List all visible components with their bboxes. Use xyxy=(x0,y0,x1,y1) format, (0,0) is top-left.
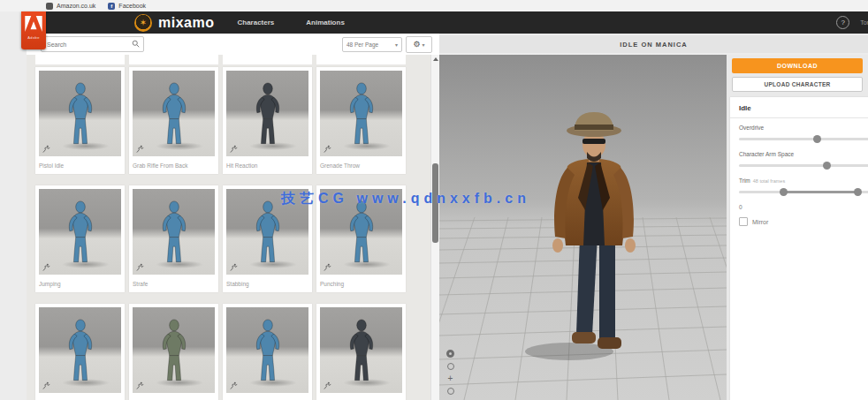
account-label-truncated[interactable]: Tony xyxy=(860,19,868,26)
scroll-up-arrow-icon[interactable] xyxy=(433,57,438,61)
animation-label: Hit Reaction xyxy=(226,156,308,174)
animation-thumbnail xyxy=(133,307,215,393)
adobe-logo-ribbon[interactable]: Adobe xyxy=(21,11,46,49)
scrollbar-thumb[interactable] xyxy=(432,163,438,243)
running-man-icon xyxy=(42,381,50,389)
character-figure xyxy=(341,318,382,385)
selected-animation-name: Idle xyxy=(739,104,868,112)
animation-label xyxy=(39,393,121,400)
facebook-icon: f xyxy=(108,3,115,10)
character-figure xyxy=(154,81,194,148)
mirror-checkbox[interactable] xyxy=(739,217,748,226)
slider-knob[interactable] xyxy=(813,135,821,143)
partial-card xyxy=(129,55,218,64)
trim-label-row: Trim48 total frames xyxy=(739,177,868,184)
running-man-icon xyxy=(136,263,144,271)
running-man-icon xyxy=(136,381,144,389)
animation-card[interactable]: Jumping xyxy=(35,185,125,292)
animation-thumbnail xyxy=(133,189,215,275)
nav-link-animations[interactable]: Animations xyxy=(306,19,345,26)
bookmark-item[interactable]: f Facebook xyxy=(108,3,146,10)
mixamo-logo[interactable]: ✶ mixamo xyxy=(134,14,214,32)
character-figure xyxy=(341,200,382,267)
animation-card[interactable]: Hit Reaction xyxy=(223,67,312,174)
running-man-icon xyxy=(324,381,331,389)
animation-label xyxy=(320,393,402,400)
animation-label: Pistol Idle xyxy=(39,156,121,174)
animation-card[interactable]: Pistol Idle xyxy=(35,67,125,174)
running-man-icon xyxy=(136,145,144,153)
3d-viewport[interactable]: + xyxy=(439,55,727,400)
pan-control-icon[interactable] xyxy=(447,363,454,370)
animation-card[interactable]: Stabbing xyxy=(223,185,312,292)
animation-card[interactable] xyxy=(35,304,125,400)
mirror-option-row: Mirror xyxy=(739,217,868,226)
running-man-icon xyxy=(230,145,238,153)
mixamo-brand-name: mixamo xyxy=(158,15,214,31)
arm-space-label: Character Arm Space xyxy=(739,151,868,157)
running-man-icon xyxy=(42,263,50,271)
download-button[interactable]: DOWNLOAD xyxy=(732,58,863,73)
animation-grid: Pistol Idle Grab Rifle From Back Hit Rea… xyxy=(35,67,424,400)
animation-label: Jumping xyxy=(39,275,121,292)
trim-slider[interactable] xyxy=(739,188,868,196)
animation-settings-card: Idle Overdrive Character Arm Space Trim4… xyxy=(730,97,868,400)
partial-card xyxy=(223,55,312,64)
animation-card[interactable]: Grab Rifle From Back xyxy=(129,67,218,174)
trim-label: Trim xyxy=(739,177,750,184)
partial-card xyxy=(35,55,125,64)
viewport-controls: + xyxy=(446,350,454,395)
animation-card[interactable] xyxy=(223,304,312,400)
adobe-icon xyxy=(24,16,43,32)
partial-card xyxy=(316,55,406,64)
settings-button[interactable]: ⚙ ▾ xyxy=(406,36,432,53)
bookmark-item[interactable]: Amazon.co.uk xyxy=(46,3,95,10)
trim-end-knob[interactable] xyxy=(854,188,862,196)
orbit-control-icon[interactable] xyxy=(446,350,454,358)
animation-thumbnail xyxy=(320,307,402,393)
viewport-header: IDLE ON MANICA xyxy=(439,35,868,53)
trim-min-value: 0 xyxy=(739,204,868,210)
animation-card[interactable]: Punching xyxy=(316,185,406,292)
mirror-label: Mirror xyxy=(752,219,768,225)
animation-card[interactable]: Grenade Throw xyxy=(316,67,406,174)
trim-start-knob[interactable] xyxy=(780,188,788,196)
animation-card[interactable] xyxy=(129,304,218,400)
per-page-select[interactable]: 48 Per Page ▾ xyxy=(342,37,402,52)
upload-character-button[interactable]: UPLOAD CHARACTER xyxy=(732,77,863,92)
running-man-icon xyxy=(324,263,331,271)
search-box xyxy=(41,36,144,52)
trim-active-range xyxy=(783,191,857,193)
chevron-down-icon: ▾ xyxy=(395,42,398,48)
adobe-label: Adobe xyxy=(27,35,40,40)
animation-card[interactable]: Strafe xyxy=(129,185,218,292)
slider-knob[interactable] xyxy=(823,162,831,170)
animation-thumbnail xyxy=(320,189,402,275)
mixamo-logo-icon: ✶ xyxy=(134,14,152,32)
nav-link-characters[interactable]: Characters xyxy=(237,19,274,26)
help-icon[interactable]: ? xyxy=(836,16,849,29)
animation-label: Punching xyxy=(320,275,402,292)
reset-control-icon[interactable] xyxy=(447,388,454,395)
animation-thumbnail xyxy=(133,71,215,156)
grid-scrollbar[interactable] xyxy=(430,55,439,400)
animation-card[interactable] xyxy=(316,304,406,400)
zoom-control-icon[interactable]: + xyxy=(448,375,453,382)
character-figure xyxy=(341,81,382,148)
browser-bookmarks-bar: Amazon.co.uk f Facebook xyxy=(0,0,868,11)
divider xyxy=(730,117,868,118)
animation-thumbnail xyxy=(226,307,308,393)
slider-track xyxy=(739,164,868,167)
animation-label xyxy=(133,393,215,400)
character-figure xyxy=(154,200,194,267)
search-input[interactable] xyxy=(42,37,143,51)
per-page-value: 48 Per Page xyxy=(346,42,378,48)
viewport-scene xyxy=(439,55,727,400)
animation-label: Grenade Throw xyxy=(320,156,402,174)
site-icon xyxy=(46,3,53,10)
arm-space-slider[interactable] xyxy=(739,162,868,170)
running-man-icon xyxy=(42,145,50,153)
top-navbar: ✶ mixamo Characters Animations ? Tony xyxy=(27,11,868,34)
viewport-title: IDLE ON MANICA xyxy=(620,41,688,49)
overdrive-slider[interactable] xyxy=(739,135,868,143)
